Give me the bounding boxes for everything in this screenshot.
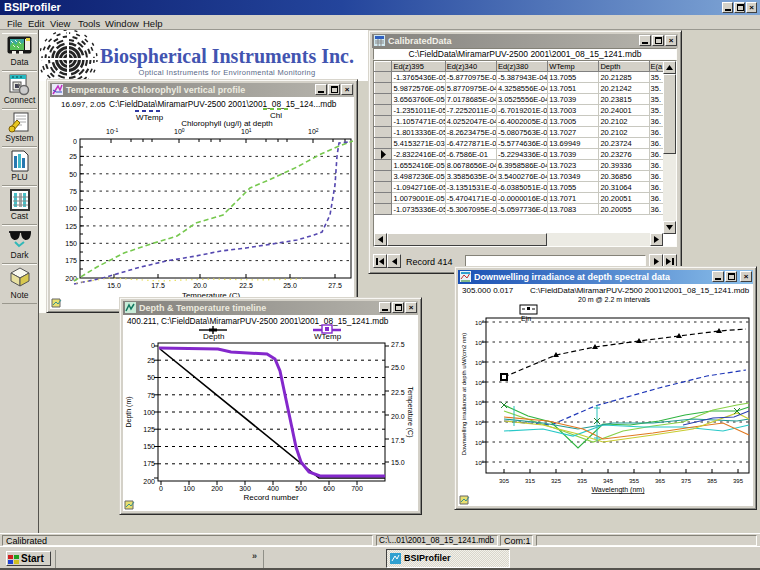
svg-text:17.5: 17.5 [391, 437, 405, 444]
svg-text:101: 101 [241, 127, 252, 135]
svg-text:0: 0 [73, 138, 77, 145]
svg-text:Wavelength (nm): Wavelength (nm) [591, 486, 644, 494]
svg-text:175: 175 [65, 257, 77, 264]
svg-text:20.0: 20.0 [193, 282, 207, 289]
svg-text:315: 315 [525, 478, 536, 484]
svg-text:25: 25 [69, 153, 77, 160]
svg-text:25.0: 25.0 [283, 282, 297, 289]
svg-text:17.5: 17.5 [151, 282, 165, 289]
svg-text:335: 335 [577, 478, 588, 484]
svg-text:Depth: Depth [203, 332, 224, 341]
svg-text:200: 200 [211, 485, 223, 492]
svg-text:100: 100 [143, 409, 155, 416]
svg-text:345: 345 [603, 478, 614, 484]
svg-text:100: 100 [65, 205, 77, 212]
svg-text:305: 305 [499, 478, 510, 484]
svg-text:10-1: 10-1 [106, 127, 118, 135]
svg-text:20.0: 20.0 [391, 413, 405, 420]
svg-text:16.697, 2.05: 16.697, 2.05 [61, 100, 106, 109]
svg-text:395: 395 [733, 478, 744, 484]
svg-text:0: 0 [151, 342, 155, 349]
svg-text:15.0: 15.0 [107, 282, 121, 289]
svg-text:150: 150 [65, 240, 77, 247]
svg-text:175: 175 [143, 460, 155, 467]
svg-text:Record number: Record number [243, 493, 298, 502]
svg-text:Downwelling irradiance at dept: Downwelling irradiance at depth uW/(cm2 … [461, 333, 467, 456]
svg-text:100: 100 [174, 127, 185, 135]
svg-text:385: 385 [707, 478, 718, 484]
svg-text:0: 0 [159, 485, 163, 492]
svg-text:305.000 0.017: 305.000 0.017 [462, 286, 514, 295]
svg-text:400: 400 [267, 485, 279, 492]
svg-text:Depth (m): Depth (m) [125, 396, 133, 427]
svg-text:25.0: 25.0 [391, 364, 405, 371]
svg-text:22.5: 22.5 [239, 282, 253, 289]
svg-text:400.211, C:\FieldData\Miramar: 400.211, C:\FieldData\MiramarPUV-2500 20… [127, 316, 389, 326]
svg-text:100: 100 [475, 459, 485, 466]
svg-text:104: 104 [475, 379, 485, 386]
svg-text:600: 600 [323, 485, 335, 492]
svg-text:100: 100 [183, 485, 195, 492]
svg-text:50: 50 [69, 171, 77, 178]
svg-text:102: 102 [308, 127, 319, 135]
svg-text:102: 102 [475, 419, 485, 426]
svg-text:50: 50 [147, 374, 155, 381]
svg-text:22.5: 22.5 [391, 389, 405, 396]
svg-text:103: 103 [475, 399, 485, 406]
svg-text:20 m @ 2.2 m intervals: 20 m @ 2.2 m intervals [578, 296, 651, 303]
svg-text:105: 105 [475, 359, 485, 366]
svg-text:500: 500 [295, 485, 307, 492]
svg-text:27.5: 27.5 [391, 341, 405, 348]
svg-text:75: 75 [147, 392, 155, 399]
svg-text:365: 365 [655, 478, 666, 484]
svg-text:300: 300 [239, 485, 251, 492]
svg-text:325: 325 [551, 478, 562, 484]
svg-text:106: 106 [475, 339, 485, 346]
svg-text:WTemp: WTemp [314, 332, 342, 341]
svg-text:Chlorophyll (ug/l) at depth: Chlorophyll (ug/l) at depth [181, 119, 273, 128]
svg-text:75: 75 [69, 188, 77, 195]
svg-text:700: 700 [351, 485, 363, 492]
svg-text:125: 125 [65, 223, 77, 230]
svg-text:200: 200 [143, 478, 155, 485]
svg-text:27.5: 27.5 [328, 282, 342, 289]
svg-text:125: 125 [143, 426, 155, 433]
svg-text:WTemp: WTemp [136, 113, 164, 122]
svg-text:355: 355 [629, 478, 640, 484]
svg-text:25: 25 [147, 357, 155, 364]
svg-text:107: 107 [475, 319, 485, 326]
svg-text:101: 101 [475, 439, 485, 446]
svg-text:Temperature (C): Temperature (C) [406, 387, 414, 438]
svg-text:375: 375 [681, 478, 692, 484]
svg-text:15.0: 15.0 [391, 459, 405, 466]
svg-text:150: 150 [143, 443, 155, 450]
svg-text:C:\FieldData\MiramarPUV-2500 2: C:\FieldData\MiramarPUV-2500 2001\2001_0… [530, 286, 750, 295]
svg-text:C:\FieldData\MiramarPUV-2500 2: C:\FieldData\MiramarPUV-2500 2001\2001_0… [109, 99, 337, 109]
